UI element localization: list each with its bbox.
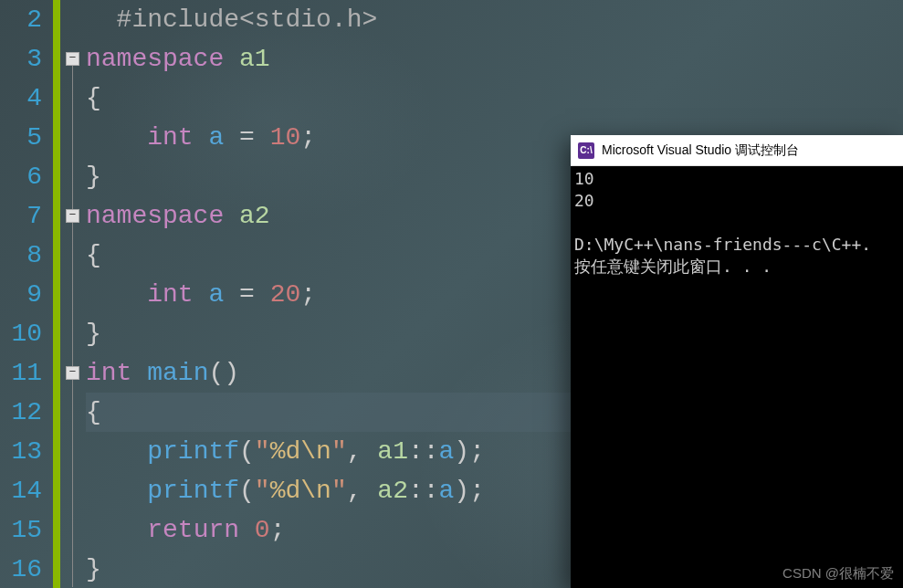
console-output[interactable]: 10 20 D:\MyC++\nans-friends---c\C++. 按任意…: [571, 166, 903, 588]
code-line[interactable]: #include<stdio.h>: [86, 0, 903, 39]
line-number-gutter: 2345678910111213141516: [0, 0, 53, 588]
fold-toggle-icon[interactable]: −: [66, 366, 79, 380]
console-title: Microsoft Visual Studio 调试控制台: [602, 142, 799, 159]
watermark: CSDN @很楠不爱: [782, 565, 894, 583]
line-number: 14: [0, 471, 42, 510]
line-number: 13: [0, 432, 42, 471]
line-number: 5: [0, 118, 42, 157]
debug-console-window[interactable]: C:\ Microsoft Visual Studio 调试控制台 10 20 …: [571, 135, 903, 588]
console-icon: C:\: [578, 142, 594, 159]
change-indicator-bar: [53, 0, 60, 588]
line-number: 3: [0, 39, 42, 79]
line-number: 4: [0, 79, 42, 118]
fold-gutter: −−−: [60, 0, 86, 588]
fold-toggle-icon[interactable]: −: [66, 52, 79, 66]
line-number: 6: [0, 157, 42, 196]
line-number: 10: [0, 314, 42, 353]
line-number: 9: [0, 275, 42, 314]
line-number: 15: [0, 510, 42, 550]
line-number: 16: [0, 550, 42, 588]
line-number: 8: [0, 236, 42, 275]
fold-toggle-icon[interactable]: −: [66, 209, 79, 223]
line-number: 11: [0, 353, 42, 393]
line-number: 12: [0, 393, 42, 432]
console-titlebar[interactable]: C:\ Microsoft Visual Studio 调试控制台: [571, 135, 903, 166]
line-number: 7: [0, 196, 42, 236]
line-number: 2: [0, 0, 42, 39]
code-line[interactable]: {: [86, 79, 903, 118]
code-line[interactable]: namespace a1: [86, 39, 903, 79]
